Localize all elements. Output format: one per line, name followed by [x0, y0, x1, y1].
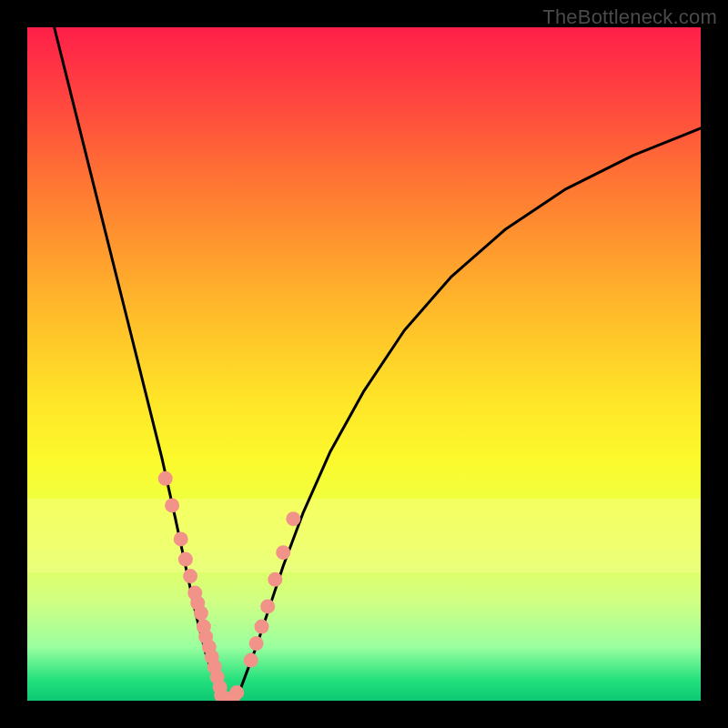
data-point [286, 511, 300, 526]
data-point [165, 498, 179, 512]
data-point [158, 471, 173, 486]
points-layer [158, 471, 301, 701]
chart-frame: TheBottleneck.com [0, 0, 728, 728]
data-point [194, 606, 208, 621]
series-right-curve [236, 128, 701, 701]
data-point [276, 545, 290, 560]
data-point [249, 636, 264, 651]
data-point [229, 685, 244, 700]
data-point [268, 572, 282, 587]
data-point [178, 552, 193, 567]
chart-svg [27, 27, 701, 701]
data-point [255, 620, 269, 634]
data-point [260, 599, 275, 613]
lines-layer [55, 27, 701, 701]
data-point [244, 653, 258, 668]
plot-area [27, 27, 701, 701]
watermark-text: TheBottleneck.com [542, 5, 717, 29]
data-point [174, 531, 188, 546]
data-point [183, 569, 197, 583]
